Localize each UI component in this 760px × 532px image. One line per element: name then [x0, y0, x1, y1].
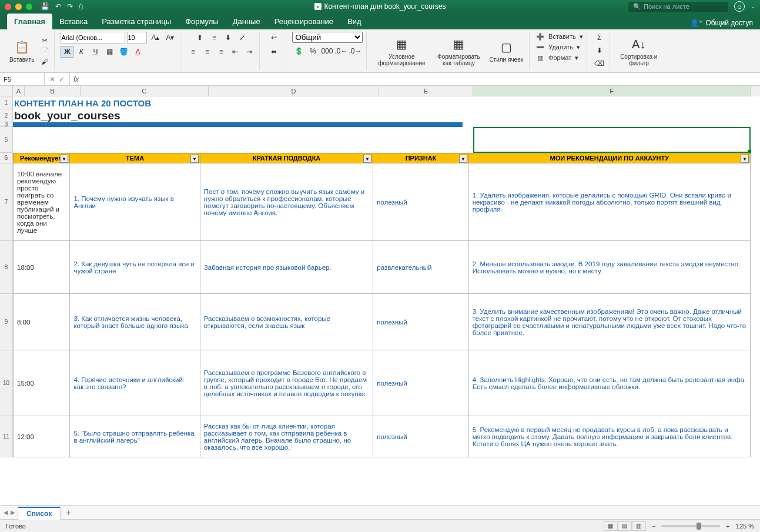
- inc-decimal-icon[interactable]: .0←: [334, 45, 347, 57]
- th-tag[interactable]: ПРИЗНАК▾: [373, 153, 468, 163]
- format-as-table-button[interactable]: ▦ Форматировать как таблицу: [433, 35, 484, 68]
- row-head[interactable]: 1: [0, 96, 13, 109]
- format-painter-icon[interactable]: 🖌: [39, 57, 51, 66]
- tab-home[interactable]: Главная: [7, 14, 52, 29]
- sheet-tab-active[interactable]: Список: [18, 507, 61, 520]
- delete-cells-button[interactable]: ➖Удалить ▾: [535, 42, 580, 52]
- share-button[interactable]: 👤⁺ Общий доступ: [690, 19, 753, 27]
- zoom-out-button[interactable]: −: [652, 523, 655, 530]
- cell-lead[interactable]: Забавная история про языковой барьер.: [200, 241, 373, 294]
- save-icon[interactable]: 💾: [41, 2, 49, 11]
- row-head[interactable]: 5: [0, 127, 13, 153]
- cell-styles-button[interactable]: ▢ Стили ячеек: [487, 38, 525, 64]
- autosum-icon[interactable]: Σ: [593, 32, 606, 44]
- row-head[interactable]: 8: [0, 241, 13, 294]
- accept-formula-icon[interactable]: ✓: [59, 75, 65, 83]
- tab-review[interactable]: Рецензирование: [267, 14, 340, 29]
- conditional-format-button[interactable]: ▦ Условное форматирование: [373, 35, 430, 68]
- name-box[interactable]: F5: [0, 73, 45, 85]
- cell-tag[interactable]: полезный: [373, 416, 468, 457]
- filter-icon[interactable]: ▾: [363, 155, 371, 163]
- chevron-down-icon[interactable]: ⌄: [751, 4, 755, 9]
- tab-data[interactable]: Данные: [226, 14, 267, 29]
- feedback-icon[interactable]: ☺: [734, 1, 745, 12]
- worksheet-area[interactable]: A B C D E F 123567891011 КОНТЕНТ ПЛАН НА…: [0, 86, 760, 505]
- font-size-input[interactable]: [127, 32, 147, 44]
- cell-time[interactable]: 18:00: [14, 241, 70, 294]
- currency-icon[interactable]: 💲: [292, 45, 305, 57]
- underline-button[interactable]: Ч: [89, 46, 102, 58]
- fx-icon[interactable]: fx: [70, 75, 79, 83]
- row-head[interactable]: 7: [0, 163, 13, 241]
- tab-formulas[interactable]: Формулы: [178, 14, 226, 29]
- tab-view[interactable]: Вид: [340, 14, 369, 29]
- th-lead[interactable]: КРАТКАЯ ПОДВОДКА▾: [200, 153, 373, 163]
- cell-tag[interactable]: полезный: [373, 163, 468, 241]
- view-page-layout-icon[interactable]: ▤: [618, 521, 632, 531]
- cell-lead[interactable]: Рассказ как бы от лица клиентки, которая…: [200, 416, 373, 457]
- col-head-f[interactable]: F: [473, 86, 751, 96]
- formula-input[interactable]: [79, 73, 760, 85]
- cell-tag[interactable]: развлекательный: [373, 241, 468, 294]
- cell-lead[interactable]: Рассказываем о программе Базового англий…: [200, 350, 373, 416]
- minimize-window[interactable]: [15, 4, 22, 10]
- align-right-icon[interactable]: ≡: [215, 46, 227, 58]
- increase-font-icon[interactable]: A▴: [149, 32, 162, 44]
- bold-button[interactable]: Ж: [61, 46, 73, 58]
- align-bottom-icon[interactable]: ⬇: [222, 32, 235, 44]
- dec-decimal-icon[interactable]: .0→: [349, 45, 361, 57]
- th-rec[interactable]: МОИ РЕКОМЕНДАЦИИ ПО АККАУНТУ▾: [468, 153, 750, 163]
- cell-time[interactable]: 12:00: [14, 416, 70, 457]
- tab-layout[interactable]: Разметка страницы: [95, 14, 178, 29]
- align-left-icon[interactable]: ≡: [186, 46, 199, 58]
- comma-icon[interactable]: 000: [320, 45, 333, 57]
- cell-rec[interactable]: 5. Рекомендую в первый месяц не продават…: [468, 416, 750, 457]
- cell-lead[interactable]: Пост о том, почему сложно выучить язык с…: [200, 163, 373, 241]
- insert-cells-button[interactable]: ➕Вставить ▾: [535, 32, 583, 41]
- fill-color-button[interactable]: 🪣: [117, 46, 130, 58]
- cell-rec[interactable]: 2. Меньше использовать эмодзи. В 2019 го…: [468, 241, 750, 294]
- row-head[interactable]: 3: [0, 122, 13, 127]
- cell-lead[interactable]: Рассказываем о возможностях, которые отк…: [200, 294, 373, 350]
- italic-button[interactable]: К: [75, 46, 88, 58]
- align-top-icon[interactable]: ⬆: [193, 32, 206, 44]
- indent-inc-icon[interactable]: ⇥: [243, 46, 256, 58]
- format-cells-button[interactable]: ▥Формат ▾: [535, 53, 578, 62]
- select-all-corner[interactable]: [0, 86, 13, 96]
- cell-topic[interactable]: 5. "Было страшно отправлять ребенка в ан…: [70, 416, 200, 457]
- col-head-b[interactable]: B: [25, 86, 81, 96]
- percent-icon[interactable]: %: [306, 45, 319, 57]
- zoom-in-button[interactable]: +: [726, 523, 729, 530]
- cell-topic[interactable]: 1. Почему нужно изучать язык в Англии: [70, 163, 200, 241]
- cell-topic[interactable]: 4. Горячие источники и английский: как э…: [70, 350, 200, 416]
- cell-time[interactable]: 8:00: [14, 294, 70, 350]
- row-head[interactable]: 6: [0, 153, 13, 163]
- add-sheet-button[interactable]: +: [63, 507, 73, 518]
- view-normal-icon[interactable]: ▦: [604, 521, 618, 531]
- filter-icon[interactable]: ▾: [741, 155, 749, 163]
- row-head[interactable]: 2: [0, 109, 13, 122]
- cell-rec[interactable]: 3. Уделить внимание качественным изображ…: [468, 294, 750, 350]
- cancel-formula-icon[interactable]: ✕: [49, 75, 55, 83]
- th-topic[interactable]: ТЕМА▾: [70, 153, 200, 163]
- sheet-nav-prev-icon[interactable]: ◀: [4, 509, 8, 516]
- indent-dec-icon[interactable]: ⇤: [229, 46, 242, 58]
- view-page-break-icon[interactable]: ▥: [632, 521, 646, 531]
- col-head-d[interactable]: D: [209, 86, 379, 96]
- filter-icon[interactable]: ▾: [190, 155, 199, 163]
- undo-icon[interactable]: ↶: [55, 2, 61, 11]
- font-name-input[interactable]: [61, 32, 125, 44]
- wrap-text-icon[interactable]: ↩: [266, 32, 282, 44]
- col-head-c[interactable]: C: [81, 86, 209, 96]
- filter-icon[interactable]: ▾: [459, 155, 467, 163]
- font-color-button[interactable]: A: [131, 46, 144, 58]
- row-head[interactable]: 10: [0, 350, 13, 416]
- paste-button[interactable]: 📋 Вставить: [7, 38, 36, 64]
- zoom-level[interactable]: 125 %: [736, 523, 754, 530]
- row-head[interactable]: 11: [0, 416, 13, 457]
- cell-topic[interactable]: 3. Как отличается жизнь человека, которы…: [70, 294, 200, 350]
- cell-tag[interactable]: полезный: [373, 350, 468, 416]
- cell-topic[interactable]: 2. Как девушка чуть не потеряла все в чу…: [70, 241, 200, 294]
- filter-icon[interactable]: ▾: [60, 155, 68, 163]
- redo-icon[interactable]: ↷: [67, 2, 73, 11]
